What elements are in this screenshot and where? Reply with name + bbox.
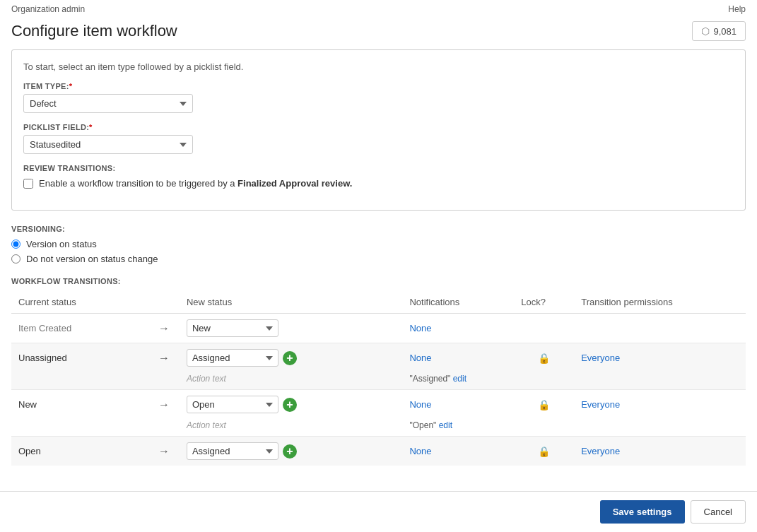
action-value-cell: "Open" edit [402,419,746,437]
action-value-text: "Assigned" edit [409,374,466,384]
new-status-select[interactable]: AssignedNewOpenClosed [187,442,278,460]
table-row: Open→AssignedNewOpenClosed+None🔒Everyone [11,437,746,466]
versioning-section: VERSIONING: Version on status Do not ver… [11,225,746,264]
versioning-label: VERSIONING: [11,225,746,233]
col-lock: Lock? [514,292,574,314]
new-status-cell: AssignedNewOpenClosed+ [180,343,403,373]
picklist-group: PICKLIST FIELD:* Statusedited [23,123,734,154]
no-version-label[interactable]: Do not version on status change [11,254,746,264]
version-on-status-label[interactable]: Version on status [11,239,746,249]
help-link[interactable]: Help [728,4,746,14]
no-version-text: Do not version on status change [26,254,158,264]
version-on-status-text: Version on status [26,239,97,249]
col-notifications: Notifications [402,292,514,314]
table-row: Item Created→NewOpenAssignedClosedNone [11,314,746,343]
table-row: Unassigned→AssignedNewOpenClosed+None🔒Ev… [11,343,746,373]
lock-icon[interactable]: 🔒 [538,399,550,410]
review-checkbox-text: Enable a workflow transition to be trigg… [39,178,352,189]
picklist-label: PICKLIST FIELD:* [23,123,734,131]
org-admin-label: Organization admin [11,4,85,14]
action-text-label: Action text [187,420,226,430]
col-arrow [148,292,180,314]
lock-cell: 🔒 [514,343,574,373]
col-permissions: Transition permissions [574,292,746,314]
page-title: Configure item workflow [11,22,177,40]
workflow-transitions-label: WORKFLOW TRANSITIONS: [11,277,746,285]
arrow-cell: → [148,343,180,373]
lock-icon[interactable]: 🔒 [538,446,550,457]
arrow-cell: → [148,437,180,466]
credits-badge[interactable]: ⬡ 9,081 [692,21,746,41]
notifications-cell: None [402,437,514,466]
version-on-status-radio[interactable] [11,240,20,249]
no-version-radio[interactable] [11,254,20,264]
notifications-link[interactable]: None [409,446,431,456]
workflow-transitions-section: WORKFLOW TRANSITIONS: Current status New… [11,277,746,466]
arrow-cell: → [148,314,180,343]
arrow-cell: → [148,390,180,420]
review-transitions-checkbox[interactable] [23,179,33,189]
new-status-cell: OpenNewAssignedClosed+ [180,390,403,420]
action-value-text: "Open" edit [409,420,452,430]
action-edit-link[interactable]: edit [453,374,466,384]
lock-cell: 🔒 [514,437,574,466]
permissions-cell [574,314,746,343]
permissions-cell: Everyone [574,437,746,466]
permissions-link[interactable]: Everyone [581,399,620,410]
cancel-button[interactable]: Cancel [691,500,746,524]
review-transitions-label: REVIEW TRANSITIONS: [23,164,734,172]
notifications-cell: None [402,390,514,420]
lock-icon[interactable]: 🔒 [538,353,550,364]
credits-icon: ⬡ [701,25,710,37]
action-text-row: Action text"Assigned" edit [11,372,746,390]
new-status-cell: AssignedNewOpenClosed+ [180,437,403,466]
permissions-cell: Everyone [574,343,746,373]
col-new: New status [180,292,403,314]
footer-bar: Save settings Cancel [0,491,757,532]
review-transitions-group: REVIEW TRANSITIONS: Enable a workflow tr… [23,164,734,189]
lock-cell [514,314,574,343]
notifications-cell: None [402,343,514,373]
action-text-cell: Action text [180,419,403,437]
new-status-cell: NewOpenAssignedClosed [180,314,403,343]
notifications-cell: None [402,314,514,343]
lock-cell: 🔒 [514,390,574,420]
hint-text: To start, select an item type followed b… [23,61,734,72]
versioning-radio-group: Version on status Do not version on stat… [11,239,746,264]
config-panel: To start, select an item type followed b… [11,49,746,211]
action-text-cell: Action text [180,372,403,390]
item-type-group: ITEM TYPE:* Defect [23,82,734,113]
current-status-cell: Item Created [11,314,148,343]
action-edit-link[interactable]: edit [439,420,452,430]
action-text-label: Action text [187,374,226,384]
permissions-cell: Everyone [574,390,746,420]
new-status-select[interactable]: NewOpenAssignedClosed [187,319,278,337]
review-transitions-checkbox-label[interactable]: Enable a workflow transition to be trigg… [23,178,734,189]
notifications-link[interactable]: None [409,399,431,410]
action-value-cell: "Assigned" edit [402,372,746,390]
permissions-link[interactable]: Everyone [581,446,620,456]
new-status-select[interactable]: OpenNewAssignedClosed [187,396,278,413]
add-transition-button[interactable]: + [283,351,297,365]
current-status-cell: Open [11,437,148,466]
table-row: New→OpenNewAssignedClosed+None🔒Everyone [11,390,746,420]
picklist-select[interactable]: Statusedited [23,135,193,154]
current-status-cell: New [11,390,148,420]
item-type-label: ITEM TYPE:* [23,82,734,90]
action-text-row: Action text"Open" edit [11,419,746,437]
new-status-select[interactable]: AssignedNewOpenClosed [187,349,278,367]
workflow-transitions-table: Current status New status Notifications … [11,292,746,466]
permissions-link[interactable]: Everyone [581,353,620,363]
add-transition-button[interactable]: + [283,444,297,459]
item-type-select[interactable]: Defect [23,94,193,113]
add-transition-button[interactable]: + [283,398,297,412]
credits-value: 9,081 [713,26,737,37]
save-settings-button[interactable]: Save settings [600,500,685,524]
col-current: Current status [11,292,148,314]
notifications-link[interactable]: None [409,353,431,363]
notifications-link[interactable]: None [409,323,431,333]
current-status-cell: Unassigned [11,343,148,373]
